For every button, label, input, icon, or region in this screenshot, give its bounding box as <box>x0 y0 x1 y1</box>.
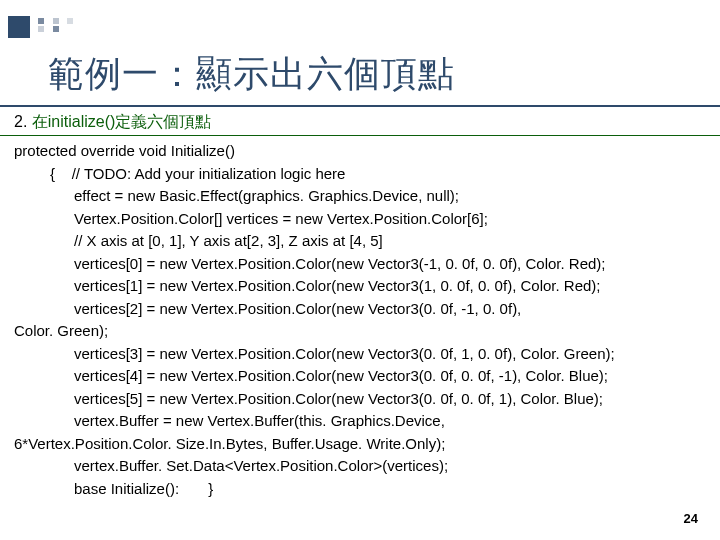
code-line: protected override void Initialize() <box>14 140 706 163</box>
code-line: effect = new Basic.Effect(graphics. Grap… <box>14 185 706 208</box>
subtitle-text: 在initialize()定義六個頂點 <box>32 113 212 130</box>
section-subtitle: 2. 在initialize()定義六個頂點 <box>0 108 720 136</box>
code-line: base Initialize(): } <box>14 478 706 501</box>
title-area: 範例一：顯示出六個頂點 <box>0 14 720 107</box>
code-line: vertices[1] = new Vertex.Position.Color(… <box>14 275 706 298</box>
code-line: vertices[4] = new Vertex.Position.Color(… <box>14 365 706 388</box>
code-line: vertices[0] = new Vertex.Position.Color(… <box>14 253 706 276</box>
code-line: vertices[2] = new Vertex.Position.Color(… <box>14 298 706 321</box>
code-line: Color. Green); <box>14 320 706 343</box>
subtitle-number: 2. <box>14 113 32 130</box>
slide-title: 範例一：顯示出六個頂點 <box>0 14 720 105</box>
page-number: 24 <box>684 511 698 526</box>
code-block: protected override void Initialize() { /… <box>0 136 720 500</box>
code-line: vertices[3] = new Vertex.Position.Color(… <box>14 343 706 366</box>
code-line: vertex.Buffer. Set.Data<Vertex.Position.… <box>14 455 706 478</box>
code-line: // X axis at [0, 1], Y axis at[2, 3], Z … <box>14 230 706 253</box>
code-line: 6*Vertex.Position.Color. Size.In.Bytes, … <box>14 433 706 456</box>
code-line: { // TODO: Add your initialization logic… <box>14 163 706 186</box>
code-line: Vertex.Position.Color[] vertices = new V… <box>14 208 706 231</box>
code-line: vertices[5] = new Vertex.Position.Color(… <box>14 388 706 411</box>
code-line: vertex.Buffer = new Vertex.Buffer(this. … <box>14 410 706 433</box>
